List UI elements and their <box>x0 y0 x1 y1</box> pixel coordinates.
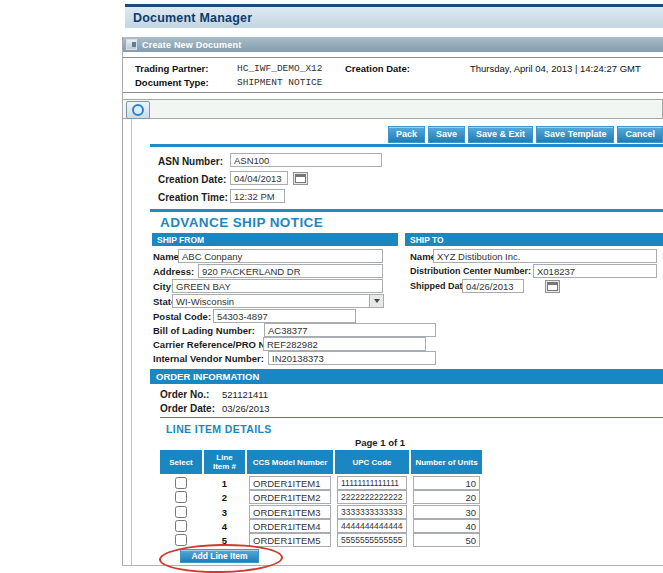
sf-postal-input[interactable] <box>213 309 356 323</box>
ship-from-header: SHIP FROM <box>152 233 398 246</box>
upc-input[interactable] <box>337 519 407 533</box>
save-template-button[interactable]: Save Template <box>536 126 614 143</box>
creation-date-header-value: Thursday, April 04, 2013 | 14:24:27 GMT <box>470 63 641 74</box>
creation-time-label: Creation Time: <box>158 192 228 203</box>
annotation-ellipse <box>159 543 283 573</box>
col-header-upc: UPC Code <box>335 450 409 474</box>
sf-state-value: WI-Wisconsin <box>176 296 234 307</box>
divider-rule-thin <box>160 417 663 418</box>
order-information-header: ORDER INFORMATION <box>150 369 663 384</box>
ship-to-header: SHIP TO <box>405 233 663 246</box>
st-dc-input[interactable] <box>533 264 657 278</box>
sf-address-label: Address: <box>153 266 194 277</box>
row-select-checkbox[interactable] <box>175 477 187 489</box>
sf-postal-label: Postal Code: <box>153 311 211 322</box>
sf-vendor-input[interactable] <box>268 351 436 365</box>
st-name-input[interactable] <box>433 249 657 263</box>
line-item-details-heading: LINE ITEM DETAILS <box>166 423 272 435</box>
pack-button[interactable]: Pack <box>388 126 425 143</box>
sf-bol-input[interactable] <box>264 323 436 337</box>
row-select-checkbox[interactable] <box>175 491 187 503</box>
panel-left-border <box>122 37 123 566</box>
content-left-border <box>131 119 132 565</box>
app-title: Document Manager <box>125 11 252 25</box>
line-number: 3 <box>204 507 245 518</box>
app-title-bar: Document Manager <box>125 4 663 28</box>
chevron-down-icon[interactable] <box>369 295 383 307</box>
advance-ship-notice-heading: ADVANCE SHIP NOTICE <box>160 215 323 230</box>
asn-number-input[interactable] <box>230 153 382 167</box>
model-input[interactable] <box>249 533 331 547</box>
line-number: 4 <box>204 521 245 532</box>
creation-date-input[interactable] <box>230 171 288 185</box>
line-number: 1 <box>204 478 245 489</box>
col-header-select: Select <box>160 450 202 474</box>
sf-address-input[interactable] <box>198 264 383 278</box>
upc-input[interactable] <box>337 476 407 490</box>
row-select-checkbox[interactable] <box>175 534 187 546</box>
calendar-icon[interactable] <box>293 172 308 185</box>
sf-state-select[interactable]: WI-Wisconsin <box>172 294 384 308</box>
save-button[interactable]: Save <box>428 126 465 143</box>
sf-carrier-input[interactable] <box>263 337 426 351</box>
save-exit-button[interactable]: Save & Exit <box>468 126 533 143</box>
calendar-icon[interactable] <box>545 280 560 293</box>
sf-city-input[interactable] <box>172 279 383 293</box>
st-dc-label: Distribution Center Number: <box>410 266 531 276</box>
units-input[interactable] <box>413 490 480 504</box>
order-date-value: 03/26/2013 <box>222 403 270 414</box>
col-header-line-item: Line Item # <box>204 450 245 474</box>
row-select-checkbox[interactable] <box>175 506 187 518</box>
model-input[interactable] <box>249 519 331 533</box>
col-header-units: Number of Units <box>411 450 482 474</box>
divider-rule-top <box>150 144 663 147</box>
units-input[interactable] <box>413 476 480 490</box>
trading-partner-value: HC_IWF_DEMO_X12 <box>237 63 323 74</box>
sf-city-label: City: <box>153 281 174 292</box>
upc-input[interactable] <box>337 490 407 504</box>
sf-vendor-label: Internal Vendor Number: <box>153 353 264 364</box>
order-no-label: Order No.: <box>160 389 209 400</box>
document-type-label: Document Type: <box>135 77 209 88</box>
units-input[interactable] <box>413 505 480 519</box>
st-shipped-input[interactable] <box>462 279 524 293</box>
sf-name-input[interactable] <box>178 249 383 263</box>
row-select-checkbox[interactable] <box>175 520 187 532</box>
line-number: 2 <box>204 492 245 503</box>
creation-date-header-label: Creation Date: <box>345 63 410 74</box>
col-header-model: CCS Model Number <box>247 450 333 474</box>
model-input[interactable] <box>249 476 331 490</box>
action-button-row: Pack Save Save & Exit Save Template Canc… <box>388 126 663 143</box>
creation-time-input[interactable] <box>230 189 285 203</box>
document-type-value: SHIPMENT NOTICE <box>237 77 323 88</box>
sf-bol-label: Bill of Lading Number: <box>153 325 255 336</box>
units-input[interactable] <box>413 533 480 547</box>
document-manager-window: Document Manager Create New Document Tra… <box>0 0 663 573</box>
printer-icon[interactable] <box>126 101 150 119</box>
upc-input[interactable] <box>337 533 407 547</box>
order-no-value: 521121411 <box>222 389 268 400</box>
trading-partner-label: Trading Partner: <box>135 63 208 74</box>
units-input[interactable] <box>413 519 480 533</box>
divider-rule-mid <box>150 209 663 212</box>
creation-date-label: Creation Date: <box>158 174 226 185</box>
upc-input[interactable] <box>337 505 407 519</box>
collapse-icon[interactable] <box>126 39 137 50</box>
cancel-button[interactable]: Cancel <box>617 126 663 143</box>
panel-title: Create New Document <box>137 40 241 50</box>
model-input[interactable] <box>249 505 331 519</box>
toolbar-strip <box>122 99 663 119</box>
page-indicator: Page 1 of 1 <box>320 437 440 448</box>
create-new-document-bar: Create New Document <box>122 37 663 52</box>
order-date-label: Order Date: <box>160 403 215 414</box>
model-input[interactable] <box>249 490 331 504</box>
asn-number-label: ASN Number: <box>158 156 223 167</box>
